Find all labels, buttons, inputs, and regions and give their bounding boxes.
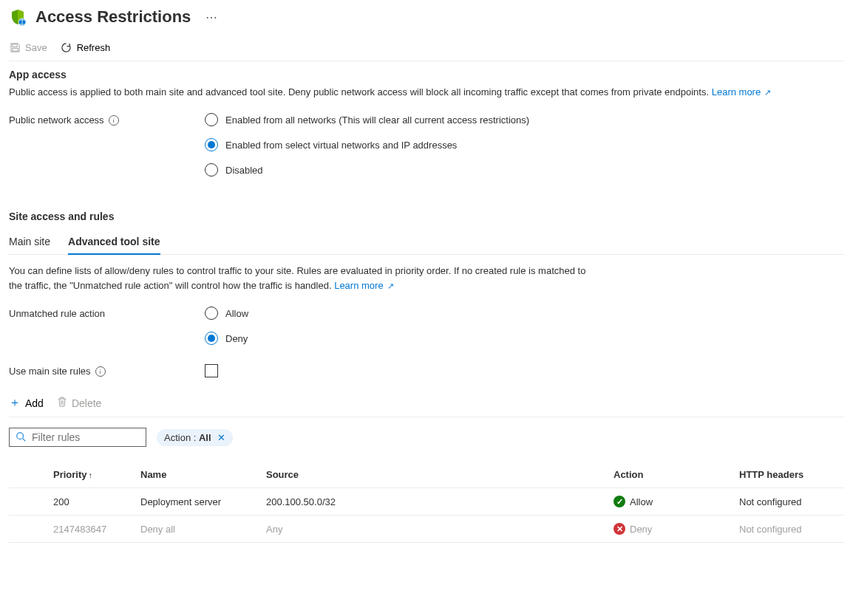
divider bbox=[9, 417, 844, 417]
site-access-learn-more-link[interactable]: Learn more ↗ bbox=[334, 280, 394, 291]
pna-option-label: Disabled bbox=[225, 165, 263, 176]
shield-network-icon bbox=[9, 8, 27, 26]
unmatched-option-label: Allow bbox=[225, 308, 248, 319]
filter-rules-input-wrap[interactable] bbox=[9, 428, 146, 447]
cell-name: Deny all bbox=[135, 516, 260, 543]
pna-option-all-networks[interactable]: Enabled from all networks (This will cle… bbox=[205, 113, 529, 126]
tab-label: Advanced tool site bbox=[68, 236, 160, 247]
tab-advanced-tool-site[interactable]: Advanced tool site bbox=[68, 230, 160, 255]
site-tabs: Main site Advanced tool site bbox=[9, 230, 844, 255]
use-main-site-rules-field: Use main site rules i bbox=[9, 364, 844, 377]
site-access-description: You can define lists of allow/deny rules… bbox=[9, 264, 593, 293]
learn-more-label: Learn more bbox=[334, 280, 383, 291]
public-network-access-radio-group: Enabled from all networks (This will cle… bbox=[205, 113, 529, 177]
app-access-desc-text: Public access is applied to both main si… bbox=[9, 86, 709, 97]
info-icon[interactable]: i bbox=[95, 366, 106, 377]
save-label: Save bbox=[25, 42, 47, 53]
external-link-icon: ↗ bbox=[385, 281, 394, 290]
unmatched-option-deny[interactable]: Deny bbox=[205, 332, 248, 345]
col-priority[interactable]: Priority↑ bbox=[9, 462, 135, 488]
learn-more-label: Learn more bbox=[712, 86, 761, 97]
cell-action: ✕ Deny bbox=[608, 516, 733, 543]
app-access-heading: App access bbox=[9, 69, 844, 81]
more-actions-button[interactable]: ⋯ bbox=[205, 10, 217, 24]
col-label: Action bbox=[614, 469, 643, 480]
allow-status-icon: ✓ bbox=[614, 496, 625, 507]
external-link-icon: ↗ bbox=[762, 88, 771, 97]
svg-point-1 bbox=[17, 432, 24, 439]
pna-option-disabled[interactable]: Disabled bbox=[205, 163, 529, 177]
col-action[interactable]: Action bbox=[608, 462, 733, 488]
command-toolbar: Save Refresh bbox=[9, 37, 844, 59]
unmatched-label-text: Unmatched rule action bbox=[9, 308, 105, 319]
unmatched-rule-action-field: Unmatched rule action Allow Deny bbox=[9, 307, 844, 345]
unmatched-option-allow[interactable]: Allow bbox=[205, 307, 248, 320]
pna-option-label: Enabled from all networks (This will cle… bbox=[225, 114, 529, 126]
filter-rules-input[interactable] bbox=[32, 428, 140, 446]
refresh-label: Refresh bbox=[77, 42, 111, 53]
add-rule-button[interactable]: ＋ Add bbox=[9, 395, 44, 411]
page-title: Access Restrictions bbox=[35, 7, 191, 27]
unmatched-rule-action-label: Unmatched rule action bbox=[9, 307, 205, 319]
col-http-headers[interactable]: HTTP headers bbox=[733, 462, 844, 488]
use-main-site-rules-label: Use main site rules i bbox=[9, 364, 205, 377]
col-name[interactable]: Name bbox=[135, 462, 260, 488]
rules-command-bar: ＋ Add Delete bbox=[9, 395, 844, 411]
tab-label: Main site bbox=[9, 236, 50, 247]
cell-action: ✓ Allow bbox=[608, 488, 733, 516]
action-filter-pill[interactable]: Action : All ✕ bbox=[157, 429, 233, 446]
clear-filter-icon[interactable]: ✕ bbox=[217, 432, 225, 443]
radio-icon bbox=[205, 138, 218, 151]
delete-label: Delete bbox=[72, 397, 101, 409]
info-icon[interactable]: i bbox=[109, 115, 119, 126]
pna-option-label: Enabled from select virtual networks and… bbox=[225, 140, 457, 151]
trash-icon bbox=[57, 396, 67, 410]
pill-prefix: Action : bbox=[164, 432, 199, 443]
action-text: Allow bbox=[630, 496, 653, 507]
sort-asc-icon: ↑ bbox=[89, 470, 93, 479]
col-source[interactable]: Source bbox=[260, 462, 608, 488]
public-network-access-label: Public network access i bbox=[9, 113, 205, 126]
cell-http-headers: Not configured bbox=[733, 488, 844, 516]
plus-icon: ＋ bbox=[9, 395, 21, 411]
use-main-site-rules-checkbox[interactable] bbox=[205, 364, 218, 377]
umsr-label-text: Use main site rules bbox=[9, 366, 91, 377]
add-label: Add bbox=[25, 397, 44, 409]
pna-label-text: Public network access bbox=[9, 114, 104, 126]
app-access-description: Public access is applied to both main si… bbox=[9, 85, 844, 100]
site-access-desc-text: You can define lists of allow/deny rules… bbox=[9, 265, 585, 291]
radio-icon bbox=[205, 307, 218, 320]
refresh-button[interactable]: Refresh bbox=[61, 41, 111, 53]
page-header: Access Restrictions ⋯ bbox=[9, 7, 844, 27]
table-header-row: Priority↑ Name Source Action HTTP header… bbox=[9, 462, 844, 488]
public-network-access-field: Public network access i Enabled from all… bbox=[9, 113, 844, 177]
col-label: Source bbox=[266, 469, 299, 480]
cell-priority: 200 bbox=[9, 488, 135, 516]
divider bbox=[9, 61, 844, 61]
cell-name: Deployment server bbox=[135, 488, 260, 516]
cell-priority: 2147483647 bbox=[9, 516, 135, 543]
radio-icon bbox=[205, 332, 218, 345]
table-row[interactable]: 2147483647 Deny all Any ✕ Deny Not confi… bbox=[9, 516, 844, 543]
pna-option-selected-networks[interactable]: Enabled from select virtual networks and… bbox=[205, 138, 529, 151]
delete-rule-button[interactable]: Delete bbox=[57, 396, 101, 410]
unmatched-option-label: Deny bbox=[225, 333, 248, 344]
app-access-learn-more-link[interactable]: Learn more ↗ bbox=[712, 86, 772, 97]
radio-icon bbox=[205, 163, 218, 177]
rules-table: Priority↑ Name Source Action HTTP header… bbox=[9, 462, 844, 543]
save-button[interactable]: Save bbox=[9, 41, 47, 53]
table-row[interactable]: 200 Deployment server 200.100.50.0/32 ✓ … bbox=[9, 488, 844, 516]
search-icon bbox=[16, 431, 26, 444]
cell-source: Any bbox=[260, 516, 608, 543]
col-label: Name bbox=[140, 469, 166, 480]
save-icon bbox=[9, 41, 21, 53]
refresh-icon bbox=[61, 41, 72, 53]
unmatched-rule-radio-group: Allow Deny bbox=[205, 307, 248, 345]
tab-main-site[interactable]: Main site bbox=[9, 230, 50, 255]
col-label: HTTP headers bbox=[739, 469, 803, 480]
radio-icon bbox=[205, 113, 218, 126]
pill-value: All bbox=[199, 432, 211, 443]
cell-source: 200.100.50.0/32 bbox=[260, 488, 608, 516]
action-text: Deny bbox=[630, 524, 652, 535]
col-label: Priority bbox=[53, 469, 87, 480]
